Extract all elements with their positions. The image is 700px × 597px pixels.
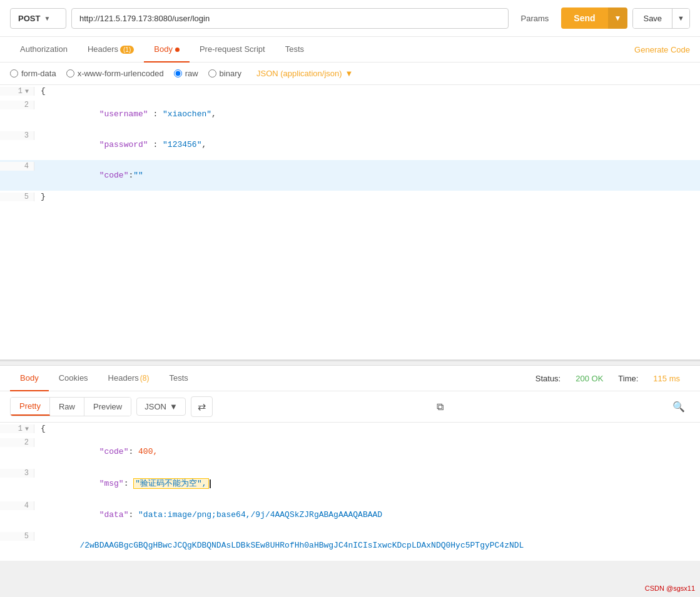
line-content-2: "username" : "xiaochen", [34,99,700,129]
response-tab-body[interactable]: Body [10,366,49,391]
response-line-content-3: "msg": "验证码不能为空", [34,467,700,499]
tab-headers[interactable]: Headers(1) [78,37,144,63]
save-dropdown-arrow[interactable]: ▼ [672,9,689,28]
response-line-number-5: 5 [0,532,34,541]
code-line-4: 4 "code":"" [0,160,700,191]
time-label: Time: [618,374,638,383]
response-status: Status: 200 OK Time: 115 ms [525,369,690,388]
params-button[interactable]: Params [514,9,557,28]
response-line-content-5: /2wBDAAGBgcGBQgHBwcJCQgKDBQNDAsLDBkSEw8U… [34,530,700,561]
time-value: 115 ms [653,374,680,383]
response-tab-tests[interactable]: Tests [159,366,198,391]
status-label: Status: [535,374,561,383]
form-data-radio[interactable] [10,69,18,78]
format-btn-group: Pretty Raw Preview [10,397,131,416]
save-btn-group: Save ▼ [632,8,690,29]
search-button[interactable]: 🔍 [667,397,690,416]
response-code-editor: 1 ▼ { 2 "code": 400, 3 "msg": "验证码不能为空",… [0,423,700,561]
code-line-5: 5 } [0,191,700,204]
form-data-option[interactable]: form-data [10,69,56,78]
response-header: Body Cookies Headers(8) Tests Status: 20… [0,366,700,391]
tab-tests[interactable]: Tests [275,37,314,63]
response-code-line-1: 1 ▼ { [0,423,700,436]
panel-separator [0,361,700,366]
response-json-dropdown[interactable]: JSON ▼ [136,398,186,416]
pretty-button[interactable]: Pretty [11,398,50,416]
response-code-line-5: 5 /2wBDAAGBgcGBQgHBwcJCQgKDBQNDAsLDBkSEw… [0,530,700,561]
status-value: 200 OK [576,374,603,383]
generate-code-link[interactable]: Generate Code [634,45,690,54]
wrap-button[interactable]: ⇄ [191,396,213,417]
response-line-content-2: "code": 400, [34,436,700,467]
line-content-1: { [34,85,700,97]
chevron-down-icon: ▼ [170,402,178,411]
line-number-1: 1 ▼ [0,87,34,96]
text-cursor [210,479,211,488]
code-line-1: 1 ▼ { [0,85,700,99]
response-line-number-4: 4 [0,501,34,510]
response-tab-cookies[interactable]: Cookies [49,366,98,391]
binary-radio[interactable] [208,69,216,78]
line-number-2: 2 [0,101,34,109]
method-dropdown[interactable]: POST ▼ [10,8,66,29]
fold-arrow-1[interactable]: ▼ [25,88,29,95]
chevron-down-icon: ▼ [44,15,50,22]
send-btn-group: Send ▼ [561,8,627,29]
chevron-down-icon: ▼ [345,69,353,78]
line-content-3: "password" : "123456", [34,129,700,160]
raw-button[interactable]: Raw [50,398,84,416]
response-toolbar: Pretty Raw Preview JSON ▼ ⇄ ⧉ 🔍 [0,391,700,423]
request-code-editor[interactable]: 1 ▼ { 2 "username" : "xiaochen", 3 "pass… [0,85,700,360]
response-panel: Body Cookies Headers(8) Tests Status: 20… [0,366,700,561]
tab-body[interactable]: Body [144,37,190,63]
response-line-number-2: 2 [0,438,34,447]
response-code-line-2: 2 "code": 400, [0,436,700,467]
request-panel: POST ▼ Params Send ▼ Save ▼ Authorizatio… [0,0,700,361]
send-button[interactable]: Send [561,8,607,29]
code-line-3: 3 "password" : "123456", [0,129,700,160]
url-input[interactable] [71,8,509,29]
raw-option[interactable]: raw [174,69,198,78]
line-number-4: 4 [0,162,34,171]
body-options: form-data x-www-form-urlencoded raw bina… [0,63,700,85]
response-code-line-3: 3 "msg": "验证码不能为空", [0,467,700,499]
response-line-number-3: 3 [0,469,34,478]
binary-option[interactable]: binary [208,69,241,78]
method-label: POST [18,14,40,23]
save-button[interactable]: Save [633,9,672,28]
raw-radio[interactable] [174,69,182,78]
line-content-4: "code":"" [34,160,700,191]
json-format-dropdown[interactable]: JSON (application/json) ▼ [256,69,353,78]
request-tabs: Authorization Headers(1) Body Pre-reques… [0,37,700,63]
highlighted-value: "验证码不能为空", [133,478,208,489]
tab-pre-request-script[interactable]: Pre-request Script [190,37,275,63]
body-active-dot [175,48,180,52]
response-tabs: Body Cookies Headers(8) Tests [10,366,525,391]
fold-arrow-resp-1[interactable]: ▼ [25,426,29,433]
response-line-number-1: 1 ▼ [0,424,34,433]
tab-authorization[interactable]: Authorization [10,37,78,63]
response-line-content-4: "data": "data:image/png;base64,/9j/4AAQS… [34,499,700,530]
copy-button[interactable]: ⧉ [432,398,449,416]
line-number-3: 3 [0,131,34,140]
line-content-5: } [34,191,700,203]
response-line-content-1: { [34,423,700,434]
response-tab-headers[interactable]: Headers(8) [98,366,160,391]
line-number-5: 5 [0,193,34,201]
send-dropdown-arrow[interactable]: ▼ [608,8,628,29]
headers-badge: (1) [120,46,134,54]
response-code-line-4: 4 "data": "data:image/png;base64,/9j/4AA… [0,499,700,530]
x-www-radio[interactable] [66,69,74,78]
url-bar: POST ▼ Params Send ▼ Save ▼ [0,0,700,37]
code-line-2: 2 "username" : "xiaochen", [0,99,700,129]
x-www-option[interactable]: x-www-form-urlencoded [66,69,164,78]
preview-button[interactable]: Preview [84,398,131,416]
